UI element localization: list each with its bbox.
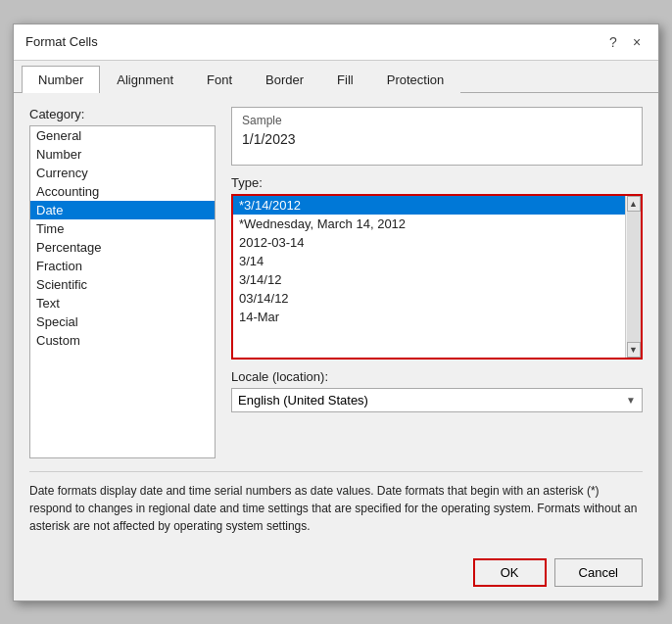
tab-bar: Number Alignment Font Border Fill Protec… xyxy=(14,61,658,93)
scrollbar-track xyxy=(627,212,641,342)
ok-button[interactable]: OK xyxy=(473,558,547,587)
right-panel: Sample 1/1/2023 Type: *3/14/2012 *Wednes… xyxy=(231,107,643,467)
type-item-0[interactable]: *3/14/2012 xyxy=(233,196,641,215)
category-item-currency[interactable]: Currency xyxy=(30,164,215,182)
description-text: Date formats display date and time seria… xyxy=(29,471,643,535)
category-item-time[interactable]: Time xyxy=(30,219,215,238)
tab-fill[interactable]: Fill xyxy=(320,66,370,93)
type-list[interactable]: *3/14/2012 *Wednesday, March 14, 2012 20… xyxy=(233,196,641,358)
type-list-container: *3/14/2012 *Wednesday, March 14, 2012 20… xyxy=(231,194,643,360)
category-item-accounting[interactable]: Accounting xyxy=(30,182,215,201)
sample-label: Sample xyxy=(242,114,632,127)
left-panel: Category: General Number Currency Accoun… xyxy=(29,107,216,467)
type-item-5[interactable]: 03/14/12 xyxy=(233,289,641,308)
category-item-date[interactable]: Date xyxy=(30,201,215,219)
type-item-6[interactable]: 14-Mar xyxy=(233,308,641,326)
locale-section: Locale (location): English (United State… xyxy=(231,369,643,412)
category-label: Category: xyxy=(29,107,216,121)
tab-font[interactable]: Font xyxy=(190,66,249,93)
main-content: Category: General Number Currency Accoun… xyxy=(14,93,658,549)
sample-value: 1/1/2023 xyxy=(242,131,632,147)
category-item-custom[interactable]: Custom xyxy=(30,331,215,350)
category-item-text[interactable]: Text xyxy=(30,294,215,312)
tab-border[interactable]: Border xyxy=(249,66,320,93)
type-item-3[interactable]: 3/14 xyxy=(233,252,641,270)
help-button[interactable]: ? xyxy=(603,32,623,52)
title-bar-left: Format Cells xyxy=(25,34,98,49)
type-item-4[interactable]: 3/14/12 xyxy=(233,270,641,289)
dialog-title: Format Cells xyxy=(25,34,98,49)
main-area: Category: General Number Currency Accoun… xyxy=(29,107,643,467)
format-cells-dialog: Format Cells ? × Number Alignment Font B… xyxy=(13,24,659,601)
title-bar-right: ? × xyxy=(603,32,647,52)
tab-alignment[interactable]: Alignment xyxy=(100,66,190,93)
close-button[interactable]: × xyxy=(627,32,647,52)
category-item-number[interactable]: Number xyxy=(30,145,215,164)
category-item-scientific[interactable]: Scientific xyxy=(30,275,215,294)
category-item-percentage[interactable]: Percentage xyxy=(30,238,215,257)
button-bar: OK Cancel xyxy=(14,549,658,600)
type-label: Type: xyxy=(231,175,643,190)
category-item-special[interactable]: Special xyxy=(30,312,215,331)
type-item-2[interactable]: 2012-03-14 xyxy=(233,233,641,252)
scrollbar-down-icon[interactable]: ▼ xyxy=(627,342,641,358)
type-section: Type: *3/14/2012 *Wednesday, March 14, 2… xyxy=(231,175,643,360)
tab-protection[interactable]: Protection xyxy=(370,66,461,93)
sample-box: Sample 1/1/2023 xyxy=(231,107,643,166)
locale-label: Locale (location): xyxy=(231,369,643,384)
category-item-general[interactable]: General xyxy=(30,126,215,145)
category-item-fraction[interactable]: Fraction xyxy=(30,257,215,275)
locale-value: English (United States) xyxy=(238,393,368,408)
category-list[interactable]: General Number Currency Accounting Date … xyxy=(29,125,216,458)
scrollbar-up-icon[interactable]: ▲ xyxy=(627,196,641,212)
tab-number[interactable]: Number xyxy=(22,66,100,93)
locale-dropdown[interactable]: English (United States) ▼ xyxy=(231,388,643,412)
type-scrollbar[interactable]: ▲ ▼ xyxy=(625,196,641,358)
title-bar: Format Cells ? × xyxy=(14,24,658,61)
cancel-button[interactable]: Cancel xyxy=(554,558,643,587)
locale-dropdown-icon: ▼ xyxy=(626,395,636,406)
type-item-1[interactable]: *Wednesday, March 14, 2012 xyxy=(233,215,641,233)
